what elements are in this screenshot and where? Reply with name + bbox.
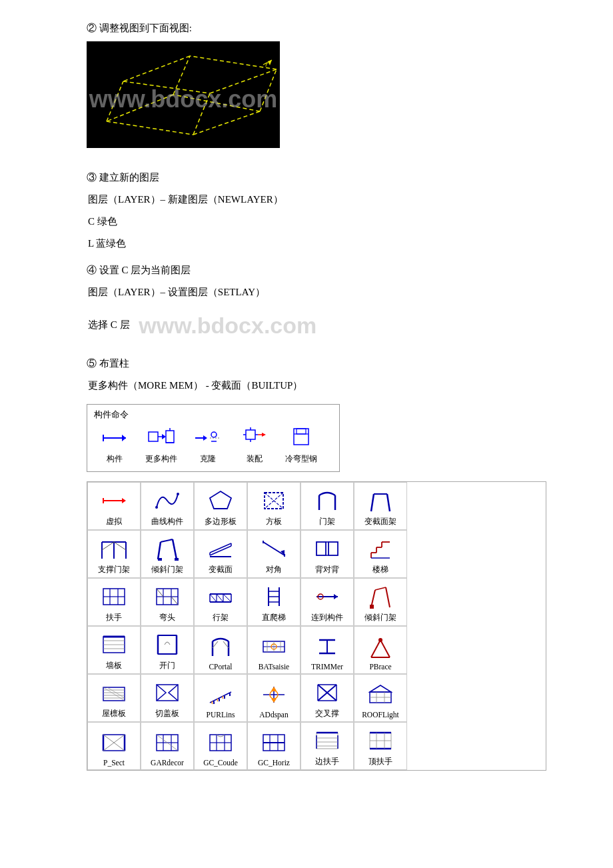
grid-item-p-sect[interactable]: P_Sect: [87, 722, 141, 770]
grid-label-3-0: 墙板: [106, 661, 122, 671]
svg-rect-191: [316, 733, 338, 749]
svg-marker-169: [370, 685, 391, 692]
svg-line-0: [107, 121, 193, 135]
grid-item-addspan[interactable]: ADdspan: [247, 674, 301, 722]
cportal-icon: [206, 632, 235, 661]
grid-item-wall-panel[interactable]: 墙板: [87, 626, 141, 674]
svg-marker-44: [210, 491, 231, 509]
svg-line-1: [193, 111, 260, 135]
grid-label-5-5: 顶扶手: [368, 757, 392, 767]
straight-ladder-icon: [259, 582, 289, 611]
grid-item-roof-panel[interactable]: 屋檩板: [87, 674, 141, 722]
purlins-icon: [206, 680, 235, 709]
grid-item-braced-portal[interactable]: 支撑门架: [87, 530, 141, 578]
grid-item-top-handrail[interactable]: 顶扶手: [354, 722, 407, 770]
svg-marker-35: [262, 433, 266, 437]
grid-item-straight-ladder[interactable]: 直爬梯: [247, 578, 301, 626]
svg-line-5: [210, 69, 277, 93]
addspan-icon: [259, 680, 289, 709]
svg-rect-21: [166, 431, 174, 443]
braced-portal-icon: [99, 534, 129, 563]
grid-item-gc-coude[interactable]: GC_Coude: [194, 722, 247, 770]
grid-item-batsaisie[interactable]: BATsaisie: [247, 626, 301, 674]
step3-sub3: L 蓝绿色: [87, 235, 546, 253]
grid-label-3-3: BATsaisie: [259, 663, 289, 671]
svg-marker-14: [268, 60, 272, 65]
grid-item-pbrace[interactable]: PBrace: [354, 626, 407, 674]
grid-item-side-handrail[interactable]: 边扶手: [301, 722, 354, 770]
grid-item-connect-member[interactable]: 连到构件: [301, 578, 354, 626]
clone-icon: [192, 425, 224, 451]
grid-item-purlins[interactable]: PURLins: [194, 674, 247, 722]
component-panel: 构件命令 构件: [87, 404, 340, 472]
svg-line-60: [158, 542, 161, 559]
svg-marker-160: [271, 687, 277, 691]
svg-line-2: [173, 95, 260, 111]
grid-label-3-2: CPortal: [209, 663, 232, 671]
panel-item-more[interactable]: 更多构件: [141, 425, 182, 465]
svg-line-93: [157, 589, 163, 597]
diagonal-icon: [259, 534, 289, 563]
grid-item-curve[interactable]: 曲线构件: [141, 482, 194, 530]
svg-line-103: [223, 594, 231, 602]
grid-item-cross-brace[interactable]: 交叉撑: [301, 674, 354, 722]
grid-item-inclined-portal2[interactable]: 倾斜门架: [354, 578, 407, 626]
svg-marker-20: [162, 434, 166, 439]
grid-item-portal[interactable]: 门架: [301, 482, 354, 530]
back-to-back-icon: [312, 534, 342, 563]
grid-item-inclined-portal[interactable]: 倾斜门架: [141, 530, 194, 578]
panel-item-label-1: 更多构件: [145, 453, 177, 465]
grid-item-door[interactable]: 开门: [141, 626, 194, 674]
grid-label-4-2: PURLins: [207, 711, 235, 719]
panel-item-gou-jian[interactable]: 构件: [94, 425, 135, 465]
panel-item-assemble[interactable]: 装配: [234, 425, 275, 465]
top-handrail-icon: [366, 726, 395, 755]
batsaisie-icon: [259, 632, 289, 661]
grid-item-variable-section[interactable]: 变截面: [194, 530, 247, 578]
grid-label-1-3: 对角: [266, 565, 282, 575]
grid-item-cportal[interactable]: CPortal: [194, 626, 247, 674]
grid-item-xuni[interactable]: 虚拟: [87, 482, 141, 530]
grid-label-4-4: 交叉撑: [315, 709, 339, 719]
grid-item-truss[interactable]: 行架: [194, 578, 247, 626]
svg-point-43: [177, 493, 179, 495]
grid-item-gardecor[interactable]: GARdecor: [141, 722, 194, 770]
step3-heading: ③ 建立新的图层: [87, 169, 546, 185]
grid-label-4-0: 屋檩板: [102, 709, 126, 719]
grid-item-back-to-back[interactable]: 背对背: [301, 530, 354, 578]
grid-item-square-plate[interactable]: 方板: [247, 482, 301, 530]
step4-sub2-text: 选择 C 层: [88, 319, 130, 330]
grid-label-1-5: 楼梯: [372, 565, 388, 575]
grid-label-2-1: 弯头: [159, 613, 175, 623]
grid-label-5-4: 边扶手: [315, 757, 339, 767]
grid-item-stairs[interactable]: 楼梯: [354, 530, 407, 578]
svg-point-42: [155, 506, 158, 509]
svg-line-114: [386, 587, 390, 607]
more-icon: [145, 425, 177, 451]
grid-item-polygon-plate[interactable]: 多边形板: [194, 482, 247, 530]
gc-coude-icon: [206, 728, 235, 757]
svg-line-152: [210, 692, 231, 703]
truss-icon: [206, 582, 235, 611]
grid-item-variable-frame[interactable]: 变截面架: [354, 482, 407, 530]
grid-item-trimmer[interactable]: TRIMMer: [301, 626, 354, 674]
panel-item-cold-bend[interactable]: 冷弯型钢: [281, 425, 322, 465]
svg-rect-18: [149, 432, 158, 441]
grid-label-1-2: 变截面: [209, 565, 233, 575]
step3-section: ③ 建立新的图层 图层（LAYER）– 新建图层（NEWLAYER） C 绿色 …: [87, 169, 546, 253]
grid-item-elbow[interactable]: 弯头: [141, 578, 194, 626]
step5-heading: ⑤ 布置柱: [87, 355, 546, 371]
grid-item-diagonal[interactable]: 对角: [247, 530, 301, 578]
grid-item-handrail[interactable]: 扶手: [87, 578, 141, 626]
grid-item-gc-horiz[interactable]: GC_Horiz: [247, 722, 301, 770]
svg-line-6: [190, 56, 277, 69]
grid-item-cut-panel[interactable]: 切盖板: [141, 674, 194, 722]
svg-line-62: [161, 539, 173, 542]
trimmer-icon: [312, 632, 342, 661]
grid-item-rooflight[interactable]: ROOFLight: [354, 674, 407, 722]
grid-label-3-5: PBrace: [369, 663, 391, 671]
panel-icons-row: 构件 更多构件: [94, 425, 332, 465]
panel-item-clone[interactable]: 克隆: [187, 425, 229, 465]
step2-heading: ② 调整视图到下面视图:: [87, 20, 546, 36]
svg-marker-161: [271, 699, 277, 703]
